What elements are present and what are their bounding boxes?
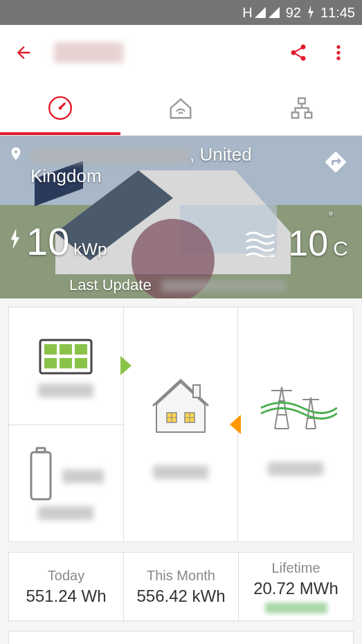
last-update-time-redacted — [161, 280, 286, 292]
svg-rect-19 — [75, 358, 87, 368]
home-wifi-icon — [168, 95, 194, 121]
stat-today-label: Today — [48, 568, 84, 584]
stat-today-value: 551.24 Wh — [26, 587, 106, 606]
svg-rect-16 — [75, 344, 87, 355]
gauge-icon — [47, 95, 73, 121]
house-icon — [146, 370, 215, 439]
svg-rect-5 — [298, 98, 305, 103]
svg-rect-18 — [60, 358, 72, 368]
location-row: , United Kingdom — [8, 144, 327, 187]
battery-percent-redacted — [62, 469, 104, 483]
stat-lifetime: Lifetime 20.72 MWh — [239, 553, 353, 620]
clock: 11:45 — [320, 5, 355, 21]
svg-point-2 — [336, 57, 340, 60]
svg-point-4 — [59, 106, 62, 109]
power-unit: kWp — [73, 240, 107, 259]
tab-dashboard[interactable] — [0, 80, 120, 135]
svg-rect-14 — [44, 344, 57, 355]
solar-value-redacted — [38, 384, 93, 397]
flow-arrow-grid-to-house — [230, 415, 241, 434]
network-icon — [289, 95, 315, 121]
power-value: 10 — [26, 219, 69, 264]
stat-month-value: 556.42 kWh — [136, 587, 225, 606]
battery-percent: 92 — [286, 5, 301, 21]
app-bar — [0, 25, 362, 80]
fog-icon — [245, 229, 280, 257]
house-cell — [124, 307, 239, 542]
system-power: 10 kWp — [8, 219, 107, 264]
more-icon[interactable] — [329, 43, 348, 62]
stat-lifetime-label: Lifetime — [271, 560, 320, 576]
solar-panel-icon — [35, 334, 97, 379]
temperature: 10°C — [288, 222, 348, 264]
last-update: Last Update — [69, 276, 286, 294]
tab-network[interactable] — [242, 80, 362, 135]
svg-rect-7 — [305, 112, 312, 118]
back-icon[interactable] — [14, 43, 33, 62]
solar-cell — [9, 307, 123, 425]
battery-cell — [9, 425, 123, 542]
battery-value-redacted — [38, 506, 93, 520]
share-icon[interactable] — [289, 43, 308, 62]
tabs — [0, 80, 362, 136]
stat-lifetime-savings-redacted — [265, 602, 327, 614]
signal-triangle-icon — [268, 6, 280, 19]
svg-point-1 — [336, 51, 340, 54]
flow-arrow-solar-to-house — [120, 356, 132, 375]
svg-point-0 — [336, 45, 340, 48]
battery-charging-icon — [307, 6, 315, 19]
next-card-peek[interactable] — [8, 631, 354, 644]
location-redacted — [30, 148, 190, 163]
grid-cell — [238, 307, 353, 542]
hero-banner: , United Kingdom 10 kWp 10°C Last Update — [0, 136, 362, 298]
last-update-label: Last Update — [69, 276, 152, 294]
svg-rect-22 — [193, 385, 200, 397]
energy-flow-card[interactable] — [8, 307, 354, 542]
bolt-icon — [8, 229, 22, 254]
location-text: , United Kingdom — [30, 144, 327, 187]
svg-rect-15 — [60, 344, 72, 355]
signal-h-icon: H — [242, 5, 252, 21]
production-stats-card[interactable]: Today 551.24 Wh This Month 556.42 kWh Li… — [8, 552, 354, 621]
stat-month-label: This Month — [147, 568, 215, 584]
house-value-redacted — [153, 465, 208, 479]
weather: 10°C — [245, 222, 348, 264]
signal-indicator: H — [242, 5, 280, 21]
tab-home[interactable] — [120, 80, 241, 135]
degree-symbol: ° — [328, 210, 333, 224]
temp-unit: C — [333, 237, 348, 260]
status-bar: H 92 11:45 — [0, 0, 362, 25]
temp-value: 10 — [288, 223, 328, 263]
stat-lifetime-value: 20.72 MWh — [253, 579, 338, 598]
grid-value-redacted — [268, 462, 323, 476]
battery-icon — [28, 447, 54, 502]
stat-today: Today 551.24 Wh — [9, 553, 124, 620]
svg-rect-21 — [31, 452, 51, 499]
svg-rect-17 — [44, 358, 57, 368]
content-cards: Today 551.24 Wh This Month 556.42 kWh Li… — [0, 298, 362, 644]
signal-triangle-icon — [254, 6, 266, 19]
flow-left-column — [9, 307, 124, 542]
stat-month: This Month 556.42 kWh — [124, 553, 239, 620]
grid-tower-icon — [254, 373, 337, 436]
location-pin-icon — [8, 144, 24, 163]
svg-rect-6 — [292, 112, 299, 118]
page-title-redacted — [54, 42, 123, 63]
directions-icon[interactable] — [323, 150, 348, 177]
